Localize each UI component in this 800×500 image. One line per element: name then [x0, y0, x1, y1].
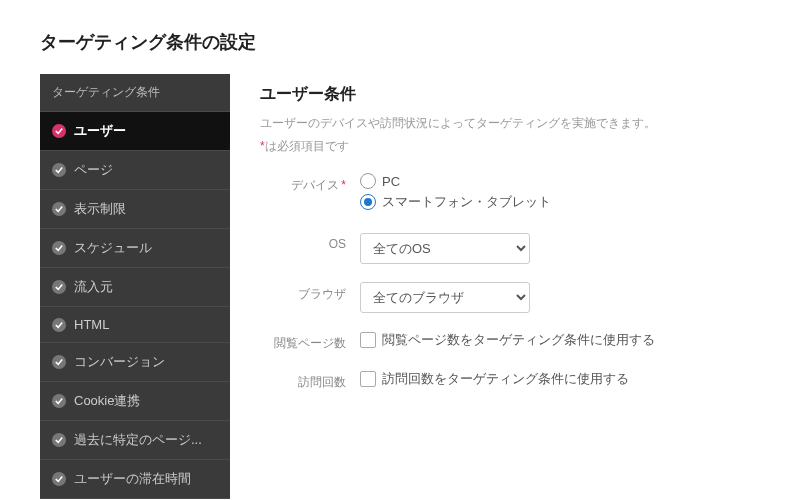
sidebar: ターゲティング条件 ユーザー ページ 表示制限 スケジュール — [40, 74, 230, 499]
check-icon — [52, 280, 66, 294]
visits-label: 訪問回数 — [260, 370, 360, 391]
main-title: ユーザー条件 — [260, 84, 730, 105]
device-label: デバイス* — [260, 173, 360, 194]
sidebar-item-schedule[interactable]: スケジュール — [40, 229, 230, 268]
main-panel: ユーザー条件 ユーザーのデバイスや訪問状況によってターゲティングを実施できます。… — [230, 74, 760, 499]
form-row-browser: ブラウザ 全てのブラウザ — [260, 282, 730, 313]
required-star-icon: * — [341, 178, 346, 192]
check-icon — [52, 318, 66, 332]
sidebar-item-label: ユーザーの滞在時間 — [74, 470, 191, 488]
os-label: OS — [260, 233, 360, 251]
layout-container: ターゲティング条件 ユーザー ページ 表示制限 スケジュール — [40, 74, 760, 499]
sidebar-item-label: 表示制限 — [74, 200, 126, 218]
radio-label: スマートフォン・タブレット — [382, 193, 551, 211]
sidebar-item-label: HTML — [74, 317, 109, 332]
radio-smartphone-tablet[interactable]: スマートフォン・タブレット — [360, 193, 730, 211]
check-icon — [52, 202, 66, 216]
radio-label: PC — [382, 174, 400, 189]
form-row-device: デバイス* PC スマートフォン・タブレット — [260, 173, 730, 215]
sidebar-item-display-limit[interactable]: 表示制限 — [40, 190, 230, 229]
check-icon — [52, 433, 66, 447]
sidebar-item-label: 過去に特定のページ... — [74, 431, 202, 449]
sidebar-item-referrer[interactable]: 流入元 — [40, 268, 230, 307]
sidebar-item-dwell-time[interactable]: ユーザーの滞在時間 — [40, 460, 230, 499]
sidebar-header: ターゲティング条件 — [40, 74, 230, 112]
radio-circle-icon — [360, 194, 376, 210]
check-icon — [52, 472, 66, 486]
sidebar-item-label: Cookie連携 — [74, 392, 140, 410]
check-icon — [52, 355, 66, 369]
sidebar-item-label: ユーザー — [74, 122, 126, 140]
required-note: *は必須項目です — [260, 138, 730, 155]
pageviews-checkbox[interactable] — [360, 332, 376, 348]
sidebar-item-user[interactable]: ユーザー — [40, 112, 230, 151]
sidebar-item-label: 流入元 — [74, 278, 113, 296]
form-row-pageviews: 閲覧ページ数 閲覧ページ数をターゲティング条件に使用する — [260, 331, 730, 352]
sidebar-item-past-page[interactable]: 過去に特定のページ... — [40, 421, 230, 460]
os-select[interactable]: 全てのOS — [360, 233, 530, 264]
sidebar-item-label: コンバージョン — [74, 353, 165, 371]
radio-circle-icon — [360, 173, 376, 189]
main-description: ユーザーのデバイスや訪問状況によってターゲティングを実施できます。 — [260, 115, 730, 132]
pageviews-label: 閲覧ページ数 — [260, 331, 360, 352]
sidebar-item-label: スケジュール — [74, 239, 152, 257]
radio-pc[interactable]: PC — [360, 173, 730, 189]
form-row-os: OS 全てのOS — [260, 233, 730, 264]
form-row-visits: 訪問回数 訪問回数をターゲティング条件に使用する — [260, 370, 730, 391]
visits-checkbox[interactable] — [360, 371, 376, 387]
check-icon — [52, 394, 66, 408]
sidebar-item-conversion[interactable]: コンバージョン — [40, 343, 230, 382]
check-icon — [52, 124, 66, 138]
sidebar-item-html[interactable]: HTML — [40, 307, 230, 343]
sidebar-item-label: ページ — [74, 161, 113, 179]
required-note-text: は必須項目です — [265, 139, 349, 153]
check-icon — [52, 163, 66, 177]
check-icon — [52, 241, 66, 255]
browser-select[interactable]: 全てのブラウザ — [360, 282, 530, 313]
page-title: ターゲティング条件の設定 — [40, 30, 760, 54]
pageviews-checkbox-label: 閲覧ページ数をターゲティング条件に使用する — [382, 331, 655, 349]
device-label-text: デバイス — [291, 178, 339, 192]
sidebar-item-cookie[interactable]: Cookie連携 — [40, 382, 230, 421]
browser-label: ブラウザ — [260, 282, 360, 303]
visits-checkbox-label: 訪問回数をターゲティング条件に使用する — [382, 370, 629, 388]
sidebar-item-page[interactable]: ページ — [40, 151, 230, 190]
device-options: PC スマートフォン・タブレット — [360, 173, 730, 215]
